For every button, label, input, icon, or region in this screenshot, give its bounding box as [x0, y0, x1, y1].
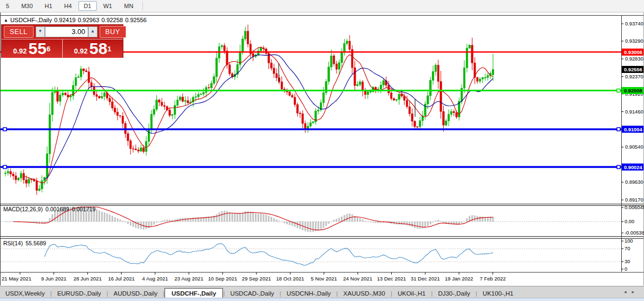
tabs-scroll-arrows[interactable]: ◂▸ [624, 289, 640, 295]
timeframe-button-w1[interactable]: W1 [98, 1, 118, 11]
chart-symbol: USDCHF-,Daily [10, 17, 52, 23]
tab-ukoil-h1[interactable]: UKOil-,H1 [392, 289, 431, 298]
status-bar [0, 298, 644, 301]
timeframe-button-5[interactable]: 5 [1, 1, 15, 11]
svg-text:9 Jun 2021: 9 Jun 2021 [41, 276, 67, 282]
svg-text:21 May 2021: 21 May 2021 [2, 276, 31, 282]
svg-text:70: 70 [625, 246, 630, 251]
svg-text:0.90540: 0.90540 [625, 144, 643, 150]
svg-text:0.93290: 0.93290 [625, 38, 643, 44]
macd-value-signal: 0.001719 [72, 206, 96, 212]
rsi-label: RSI(14)55.5689 [3, 240, 49, 246]
chart-title: ▲USDCHF-,Daily0.924190.929630.922580.925… [4, 17, 149, 23]
sell-price-sup: 6 [47, 45, 50, 53]
svg-text:0: 0 [625, 266, 627, 272]
sell-price-base: 0.92 [13, 47, 27, 55]
ohlc-open: 0.92419 [54, 17, 76, 23]
ohlc-high: 0.92963 [78, 17, 100, 23]
ohlc-close: 0.92556 [125, 17, 147, 23]
svg-text:4 Aug 2021: 4 Aug 2021 [142, 276, 168, 282]
timeframe-button-mn[interactable]: MN [119, 1, 139, 11]
sell-button[interactable]: SELL [4, 26, 34, 38]
svg-text:0.90024: 0.90024 [624, 165, 642, 170]
sell-price[interactable]: 0.92556 [2, 39, 63, 58]
svg-text:24 Nov 2021: 24 Nov 2021 [343, 276, 372, 282]
svg-text:0.89170: 0.89170 [625, 197, 643, 203]
svg-text:0.006045: 0.006045 [625, 205, 644, 210]
ohlc-low: 0.92258 [101, 17, 123, 23]
svg-text:5 Nov 2021: 5 Nov 2021 [311, 276, 337, 282]
svg-text:0.91460: 0.91460 [625, 109, 643, 115]
rsi-name: RSI(14) [3, 240, 23, 246]
buy-price-base: 0.92 [74, 47, 88, 55]
sell-price-big: 55 [29, 41, 47, 57]
svg-text:18 Oct 2021: 18 Oct 2021 [276, 276, 304, 282]
svg-text:-0.00538: -0.00538 [625, 230, 644, 236]
svg-text:31 Dec 2021: 31 Dec 2021 [411, 276, 440, 282]
buy-button[interactable]: BUY [100, 26, 126, 38]
svg-text:0.91004: 0.91004 [624, 127, 642, 132]
svg-text:0.93006: 0.93006 [624, 50, 642, 55]
tab-uk100-h1[interactable]: UK100-,H1 [477, 289, 519, 298]
svg-text:28 Jun 2021: 28 Jun 2021 [74, 276, 102, 282]
macd-name: MACD(12,26,9) [3, 206, 43, 212]
timeframe-button-h4[interactable]: H4 [59, 1, 77, 11]
buy-price[interactable]: 0.92581 [63, 39, 123, 58]
mt4-window: 5M30H1H4D1W1MN 0.937400.932900.928300.92… [0, 0, 644, 301]
tab-audusd-daily[interactable]: AUDUSD-,Daily [108, 289, 163, 298]
timeframe-button-d1[interactable]: D1 [78, 1, 97, 11]
collapse-triangle-icon[interactable]: ▲ [4, 18, 8, 23]
svg-text:0.00: 0.00 [625, 219, 634, 224]
tab-xauusd-m30[interactable]: XAUUSD-,M30 [338, 289, 390, 298]
svg-text:30: 30 [625, 259, 630, 264]
svg-text:7 Feb 2022: 7 Feb 2022 [480, 276, 506, 282]
tab-usdcnh-daily[interactable]: USDCNH-,Daily [281, 289, 337, 298]
svg-text:0.92370: 0.92370 [625, 74, 643, 79]
tab-eurusd-daily[interactable]: EURUSD-,Daily [52, 289, 107, 298]
volume-increase-icon[interactable]: ▲ [88, 26, 97, 37]
svg-text:23 Aug 2021: 23 Aug 2021 [174, 276, 203, 282]
volume-decrease-icon[interactable]: ▼ [36, 26, 45, 37]
svg-text:13 Dec 2021: 13 Dec 2021 [377, 276, 406, 282]
tab-usdchf-daily[interactable]: USDCHF-,Daily [165, 288, 223, 298]
svg-text:0.92556: 0.92556 [624, 67, 642, 72]
macd-value-main: 0.001689 [45, 206, 69, 212]
svg-text:10 Sep 2021: 10 Sep 2021 [208, 276, 237, 282]
tab-dj30-daily[interactable]: DJ30-,Daily [432, 289, 475, 298]
svg-text:0.89630: 0.89630 [625, 179, 643, 185]
timeframe-toolbar: 5M30H1H4D1W1MN [0, 0, 644, 12]
svg-text:29 Sep 2021: 29 Sep 2021 [242, 276, 271, 282]
svg-text:19 Jan 2022: 19 Jan 2022 [445, 276, 473, 282]
one-click-trade-panel: SELL ▼ 3.00 ▲ BUY 0.92556 0.92581 [1, 24, 123, 58]
svg-text:0.92830: 0.92830 [625, 56, 643, 62]
svg-text:0.93740: 0.93740 [625, 21, 643, 26]
svg-text:100: 100 [625, 238, 633, 244]
tab-usdcad-daily[interactable]: USDCAD-,Daily [225, 289, 279, 298]
rsi-value: 55.5689 [25, 240, 46, 246]
symbol-tabbar: USDX,Weekly|EURUSD-,Daily|AUDUSD-,Daily|… [0, 286, 644, 298]
tab-usdx-weekly[interactable]: USDX,Weekly [0, 289, 50, 298]
buy-price-big: 58 [89, 41, 107, 57]
buy-price-sup: 1 [107, 45, 111, 53]
timeframe-button-m30[interactable]: M30 [16, 1, 38, 11]
volume-input[interactable]: 3.00 [45, 26, 88, 37]
timeframe-button-h1[interactable]: H1 [40, 1, 58, 11]
toolbar-separator [142, 2, 143, 10]
svg-text:16 Jul 2021: 16 Jul 2021 [108, 276, 135, 282]
macd-label: MACD(12,26,9)0.0016890.001719 [3, 206, 98, 212]
svg-text:0.92008: 0.92008 [624, 88, 642, 93]
